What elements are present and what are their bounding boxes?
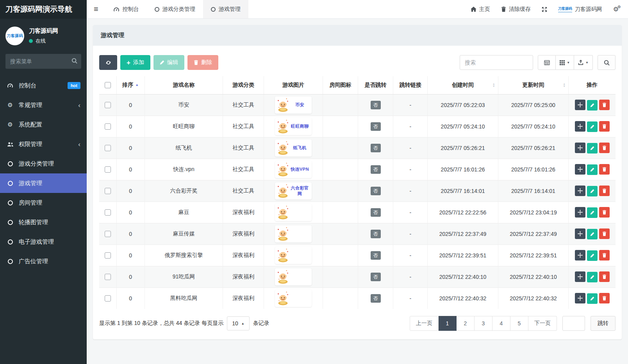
avatar-logo-text: 刀客源码	[7, 33, 23, 39]
sidebar-item-2[interactable]: ⚙系统配置	[0, 115, 87, 134]
nav-tab-1[interactable]: 游戏分类管理	[147, 0, 203, 18]
row-edit-button[interactable]	[587, 164, 598, 175]
col-created[interactable]: 创建时间▲▼	[428, 76, 498, 94]
sidebar-item-9[interactable]: 广告位管理	[0, 252, 87, 271]
row-move-button[interactable]	[575, 100, 585, 110]
row-move-button[interactable]	[575, 143, 585, 153]
row-checkbox[interactable]	[105, 102, 111, 108]
row-delete-button[interactable]	[599, 143, 610, 153]
row-move-button[interactable]	[575, 186, 585, 196]
next-page-button[interactable]: 下一页	[528, 316, 557, 331]
row-edit-button[interactable]	[587, 293, 598, 304]
page-button-2[interactable]: 2	[457, 316, 475, 331]
row-checkbox[interactable]	[105, 295, 111, 302]
row-checkbox[interactable]	[105, 188, 111, 194]
row-edit-button[interactable]	[587, 229, 598, 239]
mascot-icon	[277, 119, 289, 134]
row-edit-button[interactable]	[587, 100, 598, 111]
row-move-button[interactable]	[575, 271, 585, 282]
page-button-3[interactable]: 3	[475, 316, 492, 331]
nav-brand-label: 刀客源码网	[575, 6, 602, 13]
detail-view-button[interactable]	[538, 55, 556, 70]
row-checkbox[interactable]	[105, 209, 111, 216]
export-button[interactable]: ▼	[574, 55, 593, 70]
sidebar-item-7[interactable]: 轮播图管理	[0, 212, 87, 232]
row-delete-button[interactable]	[599, 228, 610, 239]
cell-name: 俄罗斯搜索引擎	[145, 244, 223, 266]
cell-room-icon	[323, 180, 358, 202]
nav-tab-label: 控制台	[123, 6, 139, 13]
page-jump-input[interactable]	[562, 316, 585, 331]
nav-home-link[interactable]: 主页	[471, 6, 490, 13]
row-edit-button[interactable]	[587, 121, 598, 132]
row-checkbox[interactable]	[105, 252, 111, 259]
sidebar-item-5[interactable]: 游戏管理	[0, 173, 87, 193]
sidebar-item-0[interactable]: 控制台hot	[0, 76, 87, 95]
menu-toggle-icon[interactable]: ≡	[87, 5, 105, 14]
row-delete-button[interactable]	[599, 207, 610, 218]
select-all-checkbox[interactable]	[105, 82, 111, 88]
row-move-button[interactable]	[575, 293, 585, 303]
row-edit-button[interactable]	[587, 207, 598, 218]
nav-brand-link[interactable]: 刀客源码 刀客源码网	[558, 6, 602, 13]
sidebar-item-8[interactable]: 电子游戏管理	[0, 232, 87, 252]
row-move-button[interactable]	[575, 164, 585, 175]
page-button-1[interactable]: 1	[439, 316, 457, 331]
row-checkbox[interactable]	[105, 231, 111, 237]
row-checkbox[interactable]	[105, 145, 111, 151]
sidebar-item-3[interactable]: 权限管理‹	[0, 134, 87, 154]
row-edit-button[interactable]	[587, 186, 598, 196]
row-edit-button[interactable]	[587, 272, 598, 282]
row-delete-button[interactable]	[599, 293, 610, 303]
sidebar-item-6[interactable]: 房间管理	[0, 193, 87, 212]
delete-button[interactable]: 删除	[187, 55, 218, 70]
search-button[interactable]	[598, 55, 616, 70]
fullscreen-button[interactable]	[542, 7, 547, 12]
row-edit-button[interactable]	[587, 250, 598, 261]
row-delete-button[interactable]	[599, 250, 610, 261]
table-search-input[interactable]	[460, 55, 533, 70]
page-button-4[interactable]: 4	[492, 316, 510, 331]
move-icon	[578, 102, 583, 107]
nav-tab-label: 游戏管理	[219, 6, 241, 13]
col-updated[interactable]: 更新时间▲▼	[498, 76, 568, 94]
cell-jump: 否	[358, 94, 393, 116]
cell-actions	[569, 202, 616, 223]
nav-clear-cache-link[interactable]: 清除缓存	[501, 6, 531, 13]
row-move-button[interactable]	[575, 121, 585, 132]
game-image: 快连VPN	[275, 161, 312, 178]
row-delete-button[interactable]	[599, 164, 610, 175]
cell-created: 2025/7/7 16:01:26	[428, 159, 498, 180]
page-jump-button[interactable]: 跳转	[591, 316, 616, 331]
settings-gears-icon[interactable]: ⚙⚙	[613, 5, 619, 13]
page-button-5[interactable]: 5	[510, 316, 528, 331]
sidebar-search-input[interactable]	[5, 54, 81, 69]
row-move-button[interactable]	[575, 250, 585, 261]
cell-select	[99, 116, 116, 137]
edit-button[interactable]: 编辑	[153, 55, 184, 70]
sidebar-item-1[interactable]: ⚙常规管理‹	[0, 95, 87, 115]
refresh-button[interactable]	[99, 55, 117, 70]
row-move-button[interactable]	[575, 207, 585, 218]
prev-page-button[interactable]: 上一页	[410, 316, 439, 331]
row-move-button[interactable]	[575, 228, 585, 239]
row-delete-button[interactable]	[599, 100, 610, 110]
page-size-select[interactable]: 10 ▲	[227, 316, 250, 330]
row-delete-button[interactable]	[599, 186, 610, 196]
nav-tab-2[interactable]: 游戏管理	[203, 0, 248, 18]
row-delete-button[interactable]	[599, 121, 610, 132]
row-edit-button[interactable]	[587, 143, 598, 153]
move-icon	[578, 124, 583, 129]
table-footer: 显示第 1 到第 10 条记录，总共 44 条记录 每页显示 10 ▲ 条记录 …	[99, 316, 616, 331]
caret-down-icon: ▼	[585, 61, 589, 64]
row-delete-button[interactable]	[599, 271, 610, 282]
cell-image: 旺旺商聊	[264, 116, 323, 137]
row-checkbox[interactable]	[105, 166, 111, 173]
row-checkbox[interactable]	[105, 274, 111, 280]
row-checkbox[interactable]	[105, 123, 111, 130]
add-button[interactable]: + 添加	[120, 55, 150, 70]
sidebar-item-4[interactable]: 游戏分类管理	[0, 154, 87, 173]
col-sort[interactable]: 排序▲	[116, 76, 145, 94]
columns-button[interactable]: ▼	[556, 55, 574, 70]
nav-tab-0[interactable]: 控制台	[105, 0, 147, 18]
